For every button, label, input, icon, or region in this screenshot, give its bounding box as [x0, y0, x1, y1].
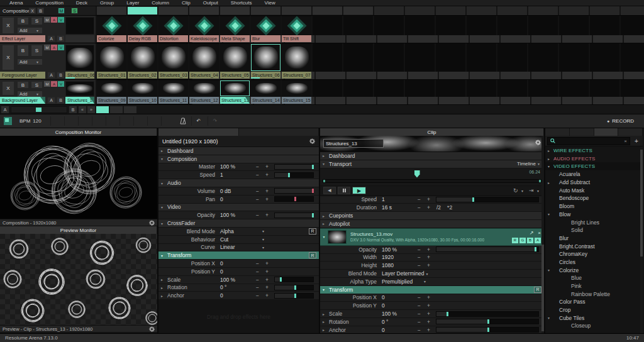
param-value[interactable]: 100 % [220, 163, 253, 170]
effect-list-item[interactable]: ChromaKey [545, 250, 640, 258]
effect-clip-cell[interactable]: Colorize [97, 16, 126, 43]
deck-tab[interactable] [96, 106, 109, 113]
param-value[interactable]: 1920 [382, 254, 414, 260]
increment-button[interactable]: + [424, 246, 433, 253]
layer-video-toggle[interactable]: V [58, 45, 64, 50]
param-slider[interactable] [274, 293, 314, 299]
clip-cell[interactable]: Structures_11 [158, 80, 188, 104]
param-slider[interactable] [436, 319, 539, 324]
effect-list-item[interactable]: Circles [545, 258, 640, 267]
bpm-button[interactable] [50, 116, 64, 126]
browser-tab[interactable] [594, 128, 619, 136]
param-value[interactable]: Layer Determined [382, 270, 425, 277]
expand-arrow[interactable]: ▸ [161, 294, 167, 298]
composition-solo-button[interactable]: S [71, 8, 78, 14]
crossfader-b-button[interactable]: B [69, 106, 77, 113]
decrement-button[interactable]: − [253, 268, 262, 275]
redo-button[interactable]: ↷ [208, 116, 221, 126]
decrement-button[interactable]: − [414, 196, 424, 202]
loop-out-marker[interactable] [539, 180, 541, 182]
add-effect-button[interactable]: + [632, 137, 641, 145]
param-value[interactable]: 0 dB [220, 188, 253, 194]
bpm-button[interactable] [106, 116, 119, 126]
active-clip-label[interactable]: Structures_13 [65, 97, 94, 104]
param-value[interactable]: Linear [220, 244, 260, 250]
param-value[interactable]: 100 % [382, 311, 414, 317]
expand-arrow[interactable]: ▸ [323, 221, 329, 226]
effect-list-item[interactable]: Crop [545, 306, 640, 314]
effect-clip-cell[interactable]: Distortion [158, 16, 188, 43]
effect-clip-cell[interactable]: Tilt Shift [282, 16, 311, 43]
effect-list-item[interactable]: Rainbow Palette [545, 290, 640, 298]
clip-file-info[interactable]: ▾ Structures_13.mov DXV 3.0 Normal Quali… [320, 228, 544, 246]
effects-panel-scrollbar[interactable] [640, 146, 643, 333]
clip-cell[interactable]: Structures_04 [189, 43, 219, 79]
increment-button[interactable]: + [424, 319, 433, 325]
reset-button[interactable]: R [309, 252, 316, 258]
param-value[interactable]: 0 ° [220, 284, 253, 290]
increment-button[interactable]: + [262, 163, 272, 170]
effect-list-item[interactable]: ▾ Blow [545, 211, 640, 219]
crossfader-b-assign[interactable]: B [57, 97, 65, 104]
menu-item[interactable]: Clip [176, 0, 196, 6]
record-button[interactable]: ● RECORD [601, 116, 640, 126]
expand-arrow[interactable]: ▾ [323, 287, 329, 292]
param-value[interactable]: 100 % [220, 212, 253, 218]
previous-column-button[interactable]: « [79, 106, 86, 113]
decrement-button[interactable]: − [253, 163, 262, 170]
preview-monitor-tab[interactable]: Preview Monitor [0, 226, 157, 234]
chevron-down-icon[interactable]: ▾ [426, 272, 428, 276]
increment-button[interactable]: + [262, 268, 272, 275]
crossfader-b-assign[interactable]: B [57, 35, 65, 42]
increment-button[interactable]: + [424, 311, 433, 317]
decrement-button[interactable]: − [253, 277, 262, 283]
close-icon[interactable]: × [538, 230, 541, 236]
composition-master-button[interactable]: M [58, 8, 65, 14]
clip-timeline[interactable]: 06.24 [320, 168, 544, 186]
increment-button[interactable]: + [424, 327, 433, 333]
bpm-button[interactable] [147, 116, 161, 126]
param-value[interactable]: 0 [220, 292, 253, 299]
param-value[interactable]: 0 [382, 327, 414, 333]
layer-audio-toggle[interactable]: A [51, 45, 57, 50]
menu-item[interactable]: Layer [121, 0, 145, 6]
param-slider[interactable] [274, 212, 314, 218]
increment-button[interactable]: + [424, 196, 433, 202]
expand-arrow[interactable]: ▾ [161, 253, 167, 258]
layer-solo-button[interactable]: S [31, 45, 43, 57]
effect-list-item[interactable]: Auto Mask [545, 186, 640, 194]
effect-list-item[interactable]: ▸ Add Subtract [545, 179, 640, 187]
param-slider[interactable] [436, 246, 539, 252]
browser-tab[interactable] [570, 128, 594, 136]
param-value[interactable]: 0 [220, 196, 253, 202]
menu-item[interactable]: Arena [4, 0, 28, 6]
param-value[interactable]: 100 % [220, 277, 253, 283]
param-value[interactable]: 1080 [382, 262, 414, 268]
play-button[interactable]: ▶ [352, 187, 366, 194]
clip-cell[interactable]: Structures_07 [282, 43, 311, 79]
expand-arrow[interactable]: ▸ [323, 312, 329, 316]
param-value[interactable]: Alpha [220, 228, 260, 234]
playhead-marker[interactable] [414, 170, 420, 178]
menu-item[interactable]: Output [197, 0, 224, 6]
clip-cell[interactable]: Structures_14 [251, 80, 280, 104]
effect-list-item[interactable]: Pink [545, 282, 640, 290]
decrement-button[interactable]: − [414, 254, 424, 260]
crossfader-handle[interactable] [36, 108, 42, 112]
effect-list-item[interactable]: ▾ VIDEO EFFECTS [545, 162, 640, 170]
param-slider[interactable] [274, 188, 314, 194]
increment-button[interactable]: + [262, 212, 272, 218]
expand-icon[interactable]: ↗ [530, 230, 534, 236]
clip-panel-scrollbar[interactable] [541, 136, 544, 333]
chevron-down-icon[interactable]: ▾ [424, 279, 426, 284]
crossfader-a-assign[interactable]: A [47, 35, 55, 42]
layer-add-dropdown[interactable]: Add▾ [17, 58, 43, 65]
layer-bypass-button[interactable]: B [17, 45, 29, 57]
active-clip-label[interactable]: Structures_06 [65, 72, 94, 79]
decrement-button[interactable]: − [253, 260, 262, 267]
menu-item[interactable]: Column [146, 0, 175, 6]
clip-cell[interactable]: Structures_03 [158, 43, 188, 79]
section-video[interactable]: ▾Video [158, 204, 319, 212]
gear-icon[interactable] [149, 220, 155, 226]
gear-icon[interactable] [535, 140, 541, 145]
